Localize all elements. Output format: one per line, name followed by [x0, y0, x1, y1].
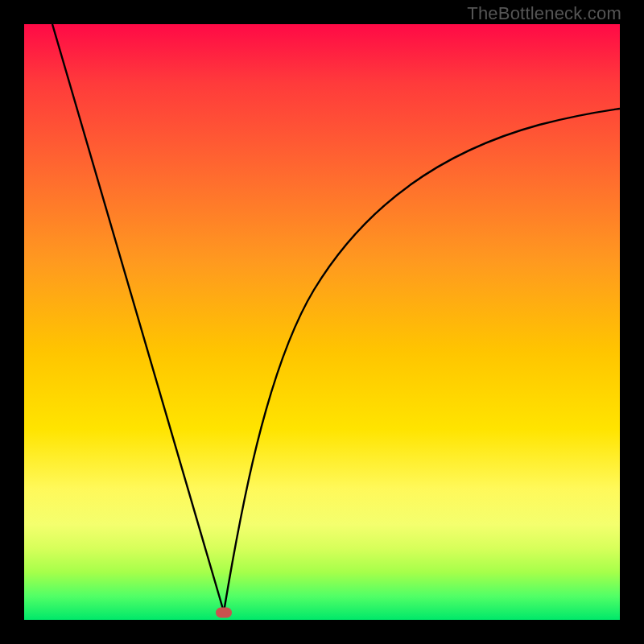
- bottleneck-curve: [24, 24, 620, 620]
- watermark-text: TheBottleneck.com: [467, 3, 621, 24]
- chart-frame: TheBottleneck.com: [0, 0, 644, 644]
- plot-area: [24, 24, 620, 620]
- curve-left-branch: [52, 24, 224, 612]
- minimum-marker: [216, 608, 232, 618]
- curve-right-branch: [224, 109, 620, 612]
